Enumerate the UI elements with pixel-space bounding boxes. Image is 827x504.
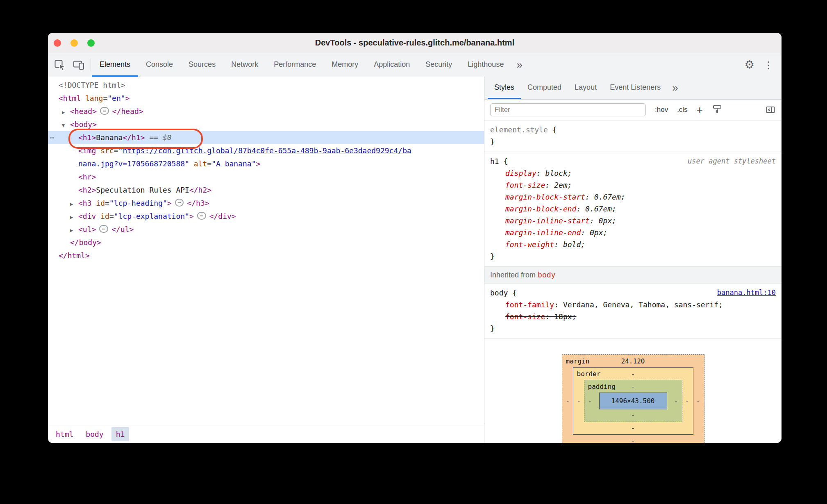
box-model-margin-top-value[interactable]: 24.120: [562, 357, 704, 365]
css-property-name[interactable]: margin-block-start: [505, 193, 585, 201]
css-property-line[interactable]: margin-block-start: 0.67em;: [490, 191, 776, 203]
css-property-line[interactable]: font-size: 2em;: [490, 179, 776, 191]
box-model-margin-region[interactable]: margin 24.120 - - - border - - - - pad: [562, 354, 704, 443]
more-tabs-icon[interactable]: »: [511, 53, 527, 77]
css-property-name[interactable]: font-family: [505, 300, 554, 309]
rule-selector[interactable]: h1: [490, 155, 499, 167]
breadcrumb-h1[interactable]: h1: [111, 427, 130, 441]
css-property-value[interactable]: bold;: [563, 240, 585, 249]
css-property-name[interactable]: margin-inline-start: [505, 216, 590, 225]
css-property-name[interactable]: font-size: [505, 312, 545, 321]
tab-styles[interactable]: Styles: [488, 77, 521, 99]
inspect-element-icon[interactable]: [54, 59, 66, 71]
rule-selector[interactable]: element.style: [490, 124, 548, 136]
dom-tree-node[interactable]: ▶<h3 id="lcp-heading">⋯</h3>: [48, 197, 484, 210]
expand-arrow-icon[interactable]: ▶: [70, 211, 78, 224]
css-property-line[interactable]: font-weight: bold;: [490, 238, 776, 250]
box-model-margin-right-value[interactable]: -: [696, 397, 700, 405]
css-property-line[interactable]: display: block;: [490, 167, 776, 179]
box-model-padding-region[interactable]: padding - - - - 1496×43.500: [584, 380, 682, 422]
tab-lighthouse[interactable]: Lighthouse: [460, 53, 511, 77]
box-model-border-bottom-value[interactable]: -: [573, 424, 693, 432]
rendering-options-icon[interactable]: [712, 104, 722, 116]
dom-tree-node[interactable]: <!DOCTYPE html>: [48, 79, 484, 92]
box-model-padding-left-value[interactable]: -: [588, 397, 592, 405]
box-model-border-left-value[interactable]: -: [577, 397, 581, 405]
tab-performance[interactable]: Performance: [266, 53, 324, 77]
inherited-node-link[interactable]: body: [538, 270, 555, 279]
box-model-margin-bottom-value[interactable]: -: [562, 437, 704, 443]
box-model-border-region[interactable]: border - - - - padding - - - - 14: [573, 367, 693, 435]
css-property-line[interactable]: font-size: 18px;: [490, 311, 776, 322]
tab-security[interactable]: Security: [418, 53, 460, 77]
dom-tree-node[interactable]: ▶<div id="lcp-explanation">⋯</div>: [48, 210, 484, 223]
css-property-name[interactable]: margin-block-end: [505, 204, 576, 213]
rule-selector-line[interactable]: element.style {: [490, 124, 776, 136]
box-model-content-region[interactable]: 1496×43.500: [599, 393, 667, 409]
tab-network[interactable]: Network: [223, 53, 266, 77]
tab-computed[interactable]: Computed: [521, 77, 568, 99]
expand-arrow-icon[interactable]: ▶: [62, 106, 70, 119]
css-property-value[interactable]: Verdana, Geneva, Tahoma, sans-serif;: [563, 300, 723, 309]
tab-memory[interactable]: Memory: [324, 53, 366, 77]
css-property-line[interactable]: font-family: Verdana, Geneva, Tahoma, sa…: [490, 299, 776, 311]
dom-tree-node[interactable]: nana.jpg?v=1705668720588" alt="A banana"…: [48, 157, 484, 170]
expand-arrow-icon[interactable]: ▶: [70, 224, 78, 237]
collapsed-content-icon[interactable]: ⋯: [100, 107, 109, 115]
settings-gear-icon[interactable]: ⚙: [745, 59, 754, 70]
box-model-padding-right-value[interactable]: -: [674, 397, 678, 405]
css-property-value[interactable]: 18px;: [554, 312, 576, 321]
sidebar-more-tabs-icon[interactable]: »: [667, 77, 683, 99]
css-property-value[interactable]: 0.67em;: [585, 204, 616, 213]
tab-application[interactable]: Application: [366, 53, 418, 77]
box-model-border-right-value[interactable]: -: [685, 397, 689, 405]
tab-layout[interactable]: Layout: [568, 77, 603, 99]
css-property-name[interactable]: margin-inline-end: [505, 228, 581, 237]
styles-filter-input[interactable]: [490, 103, 646, 116]
dom-tree-node[interactable]: <img src="https://cdn.glitch.global/87b4…: [48, 144, 484, 157]
css-property-name[interactable]: font-size: [505, 181, 545, 189]
dom-tree-node[interactable]: </body>: [48, 236, 484, 249]
css-property-name[interactable]: display: [505, 169, 536, 177]
dom-tree-node[interactable]: ▼<body>: [48, 118, 484, 131]
zoom-window-button[interactable]: [87, 39, 95, 47]
box-model-margin-left-value[interactable]: -: [566, 397, 570, 405]
css-property-value[interactable]: 2em;: [554, 181, 572, 189]
main-menu-kebab-icon[interactable]: ⋮: [763, 60, 773, 70]
css-property-line[interactable]: margin-inline-end: 0px;: [490, 227, 776, 238]
box-model-padding-bottom-value[interactable]: -: [584, 411, 682, 419]
breadcrumb-body[interactable]: body: [81, 427, 108, 441]
rule-selector-line[interactable]: body {banana.html:10: [490, 287, 776, 299]
css-property-value[interactable]: 0px;: [599, 216, 616, 225]
rule-selector-line[interactable]: h1 {user agent stylesheet: [490, 155, 776, 167]
minimize-window-button[interactable]: [70, 39, 78, 47]
collapsed-content-icon[interactable]: ⋯: [99, 225, 108, 233]
box-model-padding-top-value[interactable]: -: [584, 383, 682, 390]
dom-tree-node[interactable]: ▶<head>⋯</head>: [48, 105, 484, 118]
pseudo-state-toggle[interactable]: :hov: [655, 106, 668, 114]
resource-link[interactable]: nana.jpg?v=1705668720588: [78, 159, 185, 168]
breadcrumb-html[interactable]: html: [51, 427, 78, 441]
css-property-value[interactable]: 0.67em;: [594, 193, 625, 201]
css-property-value[interactable]: block;: [545, 169, 572, 177]
box-model-border-top-value[interactable]: -: [573, 370, 693, 378]
stylesheet-source-link[interactable]: banana.html:10: [717, 287, 776, 299]
collapse-arrow-icon[interactable]: ▼: [62, 119, 70, 132]
new-style-rule-icon[interactable]: +: [697, 104, 703, 115]
dom-tree-node[interactable]: </html>: [48, 249, 484, 262]
sidebar-toggle-icon[interactable]: [765, 104, 776, 115]
tab-event-listeners[interactable]: Event Listeners: [603, 77, 667, 99]
css-property-value[interactable]: 0px;: [590, 228, 607, 237]
element-class-toggle[interactable]: .cls: [677, 106, 688, 114]
css-property-line[interactable]: margin-block-end: 0.67em;: [490, 203, 776, 215]
rule-selector[interactable]: body: [490, 287, 508, 299]
resource-link[interactable]: https://cdn.glitch.global/87b4c0fe-655a-…: [123, 146, 411, 155]
node-options-icon[interactable]: ⋯: [50, 131, 55, 144]
dom-tree-node[interactable]: <h2>Speculation Rules API</h2>: [48, 184, 484, 197]
tab-sources[interactable]: Sources: [181, 53, 223, 77]
collapsed-content-icon[interactable]: ⋯: [197, 212, 206, 220]
collapsed-content-icon[interactable]: ⋯: [175, 199, 184, 207]
dom-tree-node[interactable]: <hr>: [48, 170, 484, 184]
close-window-button[interactable]: [54, 39, 61, 47]
dom-tree-node[interactable]: ⋯<h1>Banana</h1> == $0: [48, 131, 484, 144]
